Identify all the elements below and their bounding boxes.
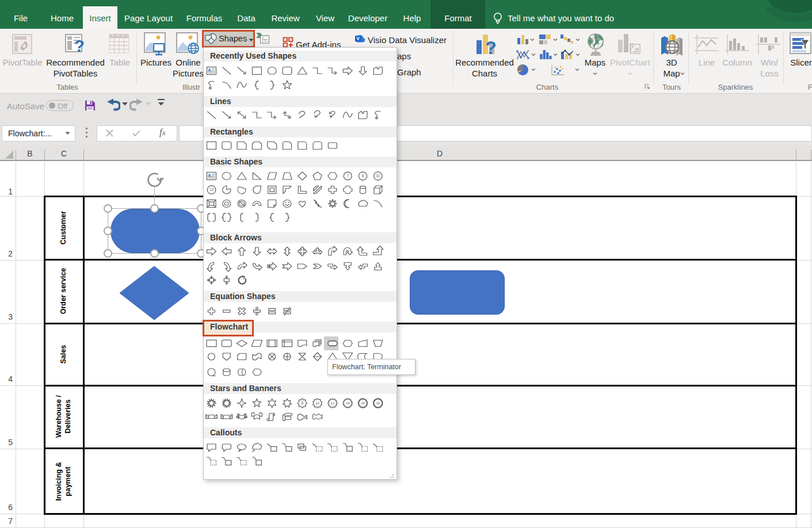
svg-text:8: 8 — [301, 401, 303, 405]
svg-text:12: 12 — [331, 401, 335, 405]
svg-text:7: 7 — [346, 174, 349, 178]
svg-text:V: V — [356, 36, 360, 41]
svg-text:10: 10 — [376, 174, 380, 178]
svg-text:8: 8 — [362, 174, 364, 178]
svg-text:?: ? — [74, 36, 85, 55]
svg-text:24: 24 — [361, 401, 365, 405]
svg-text:10: 10 — [315, 401, 319, 405]
svg-text:32: 32 — [376, 401, 380, 405]
svg-text:12: 12 — [209, 188, 214, 192]
svg-text:?: ? — [485, 37, 497, 58]
svg-text:16: 16 — [346, 401, 350, 405]
